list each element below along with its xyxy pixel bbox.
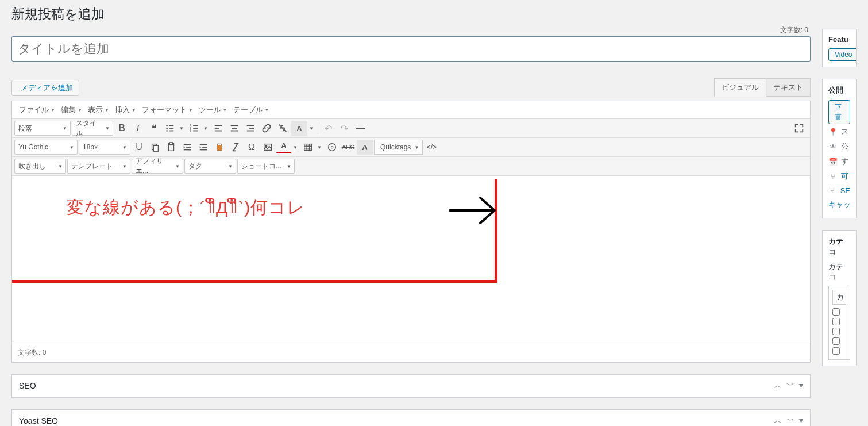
menu-edit[interactable]: 編集▼ — [56, 102, 83, 117]
bullet-list-button[interactable] — [163, 121, 178, 136]
menu-file[interactable]: ファイル▼ — [14, 102, 56, 117]
link-button[interactable] — [259, 121, 274, 136]
post-title-input[interactable] — [11, 36, 811, 62]
category-checkbox[interactable] — [832, 347, 840, 355]
readability-icon: ⑂ — [828, 172, 838, 181]
video-button[interactable]: Video — [828, 48, 857, 61]
bold-button[interactable]: B — [114, 121, 129, 136]
affiliate-select[interactable]: アフィリエ... — [132, 159, 183, 174]
svg-rect-9 — [193, 128, 198, 129]
font-size-select[interactable]: 18px — [79, 140, 130, 155]
category-select[interactable]: カ — [832, 290, 846, 305]
balloon-select[interactable]: 吹き出し — [14, 159, 66, 174]
category-checkbox[interactable] — [832, 337, 840, 345]
font-family-select[interactable]: Yu Gothic — [14, 140, 78, 155]
pin-icon: 📍 — [828, 128, 838, 136]
editor-canvas[interactable]: 変な線がある(；´༎ຶД༎ຶ`)何コレ — [12, 176, 810, 343]
arrow-icon — [449, 193, 506, 228]
bullet-list-dropdown[interactable]: ▼ — [178, 121, 186, 136]
toolbar-row-2: Yu Gothic 18px U Ω A▼ ▼ ? ABC A Quicktag… — [12, 138, 810, 157]
add-media-button[interactable]: メディアを追加 — [11, 80, 79, 96]
toolbar-row-1: 段落 スタイル B I ❝ ▼ 123▼ A▼ ↶ ↷ — — [12, 119, 810, 138]
align-right-button[interactable] — [243, 121, 258, 136]
hr-button[interactable]: — — [353, 121, 368, 136]
special-char-button[interactable]: Ω — [244, 140, 259, 155]
tag-select[interactable]: タグ — [184, 159, 236, 174]
publish-title: 公開 — [828, 85, 850, 95]
svg-rect-32 — [218, 143, 221, 145]
category-item[interactable] — [832, 336, 846, 346]
text-color-dropdown[interactable]: ▼ — [307, 121, 315, 136]
paste-button[interactable] — [164, 140, 179, 155]
table-dropdown[interactable]: ▼ — [315, 140, 323, 155]
svg-point-4 — [166, 130, 168, 132]
tab-text[interactable]: テキスト — [766, 78, 811, 97]
source-code-button[interactable]: </> — [424, 140, 439, 155]
category-checkbox[interactable] — [832, 308, 840, 316]
bg-color-button[interactable]: A — [357, 140, 373, 155]
fullscreen-button[interactable] — [792, 121, 807, 136]
category-checkbox[interactable] — [832, 318, 840, 325]
menu-table[interactable]: テーブル▼ — [229, 102, 271, 117]
menu-format[interactable]: フォーマット▼ — [137, 102, 194, 117]
align-center-button[interactable] — [227, 121, 242, 136]
category-item[interactable] — [832, 317, 846, 327]
unlink-button[interactable] — [275, 121, 290, 136]
postbox-down-icon[interactable]: ﹀ — [786, 381, 794, 391]
postbox-up-icon[interactable]: ︿ — [774, 416, 782, 426]
save-draft-button[interactable]: 下書 — [828, 100, 850, 124]
category-item[interactable] — [832, 327, 846, 336]
featured-video-box: Featu Video — [822, 29, 857, 67]
blockquote-button[interactable]: ❝ — [146, 121, 161, 136]
table-button[interactable] — [300, 140, 315, 155]
svg-point-0 — [166, 125, 168, 126]
help-button[interactable]: ? — [325, 140, 340, 155]
seo-postbox-title: SEO — [19, 381, 36, 390]
eye-icon: 👁 — [828, 143, 838, 151]
postbox-down-icon[interactable]: ﹀ — [786, 416, 794, 426]
font-color-button[interactable]: A — [276, 140, 291, 153]
postbox-toggle-icon[interactable]: ▾ — [799, 416, 803, 426]
tab-visual[interactable]: ビジュアル — [714, 78, 766, 97]
seo-link[interactable]: SE — [840, 186, 850, 195]
block-format-select[interactable]: 段落 — [14, 121, 71, 136]
clear-format-button[interactable] — [228, 140, 243, 155]
outdent-button[interactable] — [180, 140, 195, 155]
category-tab[interactable]: カテコ — [828, 262, 850, 282]
copy-button[interactable] — [148, 140, 163, 155]
quicktags-select[interactable]: Quicktags — [374, 140, 423, 155]
menubar: ファイル▼ 編集▼ 表示▼ 挿入▼ フォーマット▼ ツール▼ テーブル▼ — [12, 101, 810, 119]
toolbar-row-3: 吹き出し テンプレート アフィリエ... タグ ショートコ... — [12, 157, 810, 176]
clipboard-button[interactable] — [212, 140, 227, 155]
visibility-label: 公 — [841, 141, 848, 152]
undo-button[interactable]: ↶ — [321, 121, 335, 136]
schedule-label: す — [841, 156, 848, 167]
category-checkbox[interactable] — [832, 328, 840, 335]
menu-view[interactable]: 表示▼ — [83, 102, 110, 117]
cache-link[interactable]: キャッ — [828, 199, 851, 210]
ordered-list-button[interactable]: 123 — [187, 121, 202, 136]
align-left-button[interactable] — [211, 121, 226, 136]
svg-rect-22 — [153, 145, 158, 151]
menu-insert[interactable]: 挿入▼ — [110, 102, 137, 117]
shortcode-select[interactable]: ショートコ... — [237, 159, 295, 174]
postbox-up-icon[interactable]: ︿ — [774, 381, 782, 391]
template-select[interactable]: テンプレート — [67, 159, 130, 174]
text-color-button[interactable]: A — [291, 121, 307, 136]
indent-button[interactable] — [196, 140, 211, 155]
postbox-toggle-icon[interactable]: ▾ — [799, 381, 803, 391]
style-select[interactable]: スタイル — [72, 121, 113, 136]
redo-button[interactable]: ↷ — [337, 121, 352, 136]
readability-link[interactable]: 可 — [841, 171, 848, 182]
italic-button[interactable]: I — [130, 121, 145, 136]
category-item[interactable] — [832, 346, 846, 356]
menu-tools[interactable]: ツール▼ — [194, 102, 229, 117]
image-button[interactable] — [260, 140, 275, 155]
status-label: ス — [841, 126, 848, 137]
category-item[interactable] — [832, 307, 846, 317]
svg-text:?: ? — [331, 145, 334, 151]
strikethrough-button[interactable]: ABC — [341, 140, 356, 155]
font-color-dropdown[interactable]: ▼ — [291, 140, 299, 155]
underline-button[interactable]: U — [132, 140, 146, 155]
ordered-list-dropdown[interactable]: ▼ — [202, 121, 210, 136]
